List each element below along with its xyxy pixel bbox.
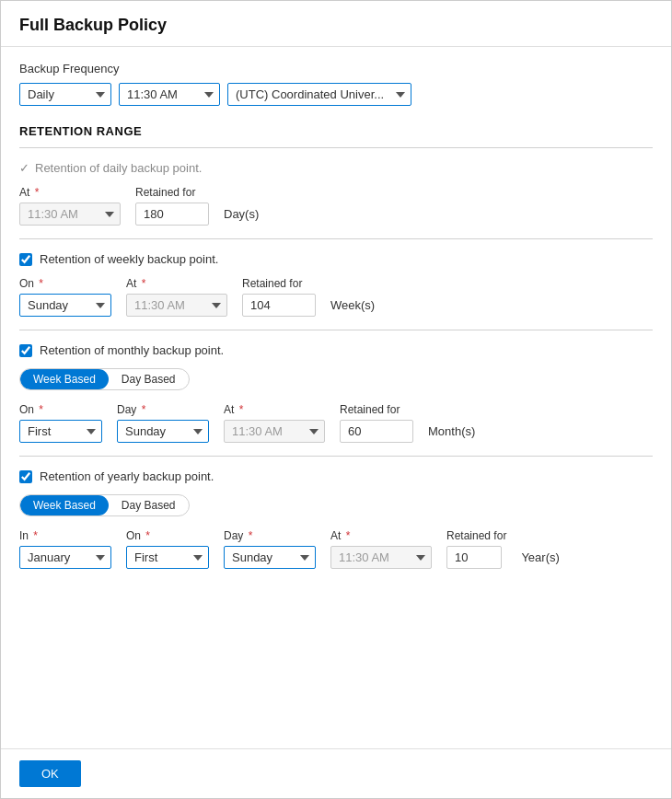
footer: OK bbox=[1, 748, 671, 798]
weekly-at-select[interactable]: 11:30 AM bbox=[126, 294, 227, 317]
yearly-in-select[interactable]: JanuaryFebruaryMarch AprilMayJune JulyAu… bbox=[19, 546, 111, 569]
monthly-checkbox-row: Retention of monthly backup point. bbox=[19, 343, 653, 357]
monthly-day-based-btn[interactable]: Day Based bbox=[109, 369, 189, 389]
yearly-retained-label: Retained for bbox=[446, 529, 506, 542]
monthly-retention-block: Retention of monthly backup point. Week … bbox=[19, 330, 653, 456]
ok-button[interactable]: OK bbox=[19, 760, 81, 787]
weekly-retention-block: Retention of weekly backup point. On * S… bbox=[19, 238, 653, 330]
yearly-retention-block: Retention of yearly backup point. Week B… bbox=[19, 456, 653, 582]
yearly-day-label: Day * bbox=[224, 529, 316, 542]
monthly-toggle-group: Week Based Day Based bbox=[19, 368, 190, 390]
monthly-on-select[interactable]: First Second Third Fourth Last bbox=[19, 420, 102, 443]
retention-range-title: RETENTION RANGE bbox=[19, 124, 653, 138]
yearly-at-group: At * 11:30 AM bbox=[330, 529, 432, 569]
monthly-day-label: Day * bbox=[117, 403, 209, 416]
monthly-at-group: At * 11:30 AM bbox=[224, 403, 325, 443]
daily-retention-note: ✓ Retention of daily backup point. bbox=[19, 161, 653, 175]
yearly-toggle-group: Week Based Day Based bbox=[19, 494, 190, 516]
monthly-checkbox[interactable] bbox=[19, 344, 32, 357]
timezone-select[interactable]: (UTC) Coordinated Univer... bbox=[227, 83, 411, 106]
yearly-at-label: At * bbox=[330, 529, 432, 542]
weekly-checkbox-label: Retention of weekly backup point. bbox=[40, 252, 218, 266]
yearly-unit-label: Year(s) bbox=[521, 550, 559, 569]
daily-unit-label: Day(s) bbox=[224, 207, 259, 226]
monthly-day-group: Day * Sunday Monday Tuesday Wednesday Th… bbox=[117, 403, 209, 443]
main-content: Backup Frequency Daily Weekly Monthly 11… bbox=[1, 47, 671, 748]
monthly-week-based-btn[interactable]: Week Based bbox=[20, 369, 109, 389]
yearly-on-label: On * bbox=[126, 529, 209, 542]
yearly-on-group: On * First Second Third Fourth Last bbox=[126, 529, 209, 569]
yearly-retained-group: Retained for bbox=[446, 529, 506, 569]
weekly-checkbox-row: Retention of weekly backup point. bbox=[19, 252, 653, 266]
monthly-day-select[interactable]: Sunday Monday Tuesday Wednesday Thursday… bbox=[117, 420, 209, 443]
weekly-at-group: At * 11:30 AM bbox=[126, 277, 227, 317]
daily-retention-block: ✓ Retention of daily backup point. At * … bbox=[19, 147, 653, 238]
monthly-at-label: At * bbox=[224, 403, 325, 416]
yearly-fields-row: In * JanuaryFebruaryMarch AprilMayJune J… bbox=[19, 529, 653, 569]
backup-frequency-label: Backup Frequency bbox=[19, 62, 653, 75]
weekly-unit-label: Week(s) bbox=[330, 298, 375, 317]
monthly-retained-label: Retained for bbox=[340, 403, 413, 416]
yearly-checkbox-label: Retention of yearly backup point. bbox=[40, 469, 214, 483]
daily-at-group: At * 11:30 AM bbox=[19, 186, 121, 226]
daily-retained-label: Retained for bbox=[135, 186, 209, 199]
monthly-retained-group: Retained for bbox=[340, 403, 413, 443]
yearly-checkbox[interactable] bbox=[19, 470, 32, 483]
yearly-week-based-btn[interactable]: Week Based bbox=[20, 495, 109, 515]
yearly-on-select[interactable]: First Second Third Fourth Last bbox=[126, 546, 209, 569]
daily-fields-row: At * 11:30 AM Retained for Day(s) bbox=[19, 186, 653, 226]
weekly-on-group: On * Sunday Monday Tuesday Wednesday Thu… bbox=[19, 277, 111, 317]
weekly-on-select[interactable]: Sunday Monday Tuesday Wednesday Thursday… bbox=[19, 294, 111, 317]
monthly-at-select[interactable]: 11:30 AM bbox=[224, 420, 325, 443]
monthly-on-label: On * bbox=[19, 403, 102, 416]
daily-at-label: At * bbox=[19, 186, 121, 199]
yearly-in-label: In * bbox=[19, 529, 111, 542]
yearly-day-based-btn[interactable]: Day Based bbox=[109, 495, 189, 515]
weekly-retained-group: Retained for bbox=[242, 277, 316, 317]
daily-retained-input[interactable] bbox=[135, 203, 209, 226]
page-title: Full Backup Policy bbox=[19, 16, 653, 35]
check-icon: ✓ bbox=[19, 161, 29, 175]
monthly-fields-row: On * First Second Third Fourth Last Day … bbox=[19, 403, 653, 443]
yearly-checkbox-row: Retention of yearly backup point. bbox=[19, 469, 653, 483]
weekly-on-label: On * bbox=[19, 277, 111, 290]
monthly-on-group: On * First Second Third Fourth Last bbox=[19, 403, 102, 443]
time-select[interactable]: 11:30 AM 12:00 PM bbox=[119, 83, 220, 106]
yearly-at-select[interactable]: 11:30 AM bbox=[330, 546, 432, 569]
yearly-in-group: In * JanuaryFebruaryMarch AprilMayJune J… bbox=[19, 529, 111, 569]
weekly-checkbox[interactable] bbox=[19, 253, 32, 266]
page-container: Full Backup Policy Backup Frequency Dail… bbox=[0, 0, 672, 799]
frequency-select[interactable]: Daily Weekly Monthly bbox=[19, 83, 111, 106]
page-header: Full Backup Policy bbox=[1, 1, 671, 47]
weekly-fields-row: On * Sunday Monday Tuesday Wednesday Thu… bbox=[19, 277, 653, 317]
daily-at-select[interactable]: 11:30 AM bbox=[19, 203, 121, 226]
daily-retained-group: Retained for bbox=[135, 186, 209, 226]
monthly-unit-label: Month(s) bbox=[428, 424, 475, 443]
weekly-retained-label: Retained for bbox=[242, 277, 316, 290]
monthly-checkbox-label: Retention of monthly backup point. bbox=[40, 343, 224, 357]
yearly-day-group: Day * Sunday Monday Tuesday Wednesday Th… bbox=[224, 529, 316, 569]
yearly-retained-input[interactable] bbox=[446, 546, 502, 569]
backup-frequency-row: Daily Weekly Monthly 11:30 AM 12:00 PM (… bbox=[19, 83, 653, 106]
monthly-retained-input[interactable] bbox=[340, 420, 413, 443]
daily-retention-label: Retention of daily backup point. bbox=[35, 161, 202, 175]
weekly-retained-input[interactable] bbox=[242, 294, 316, 317]
weekly-at-label: At * bbox=[126, 277, 227, 290]
yearly-day-select[interactable]: Sunday Monday Tuesday Wednesday Thursday… bbox=[224, 546, 316, 569]
